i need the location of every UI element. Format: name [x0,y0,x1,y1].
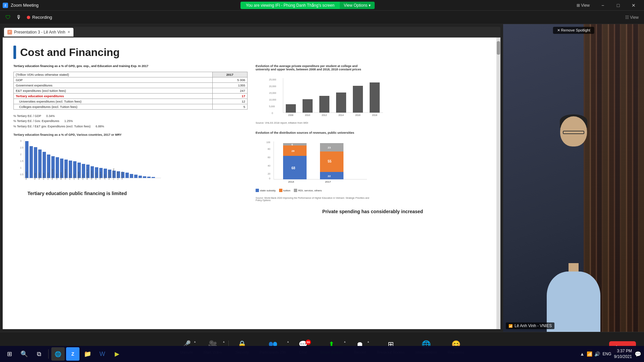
video-taskbar-icon[interactable]: ▶ [110,347,124,361]
close-button[interactable]: ✕ [626,0,641,11]
countries-bar-chart: 3 2.5 2 1.5 1 0.5 [13,138,161,185]
slide-col-right: Evolution of the average private expendi… [256,64,490,316]
video-thumbnail: ✕ Remove Spotlight 📶 Lê Anh Vi [503,24,644,332]
view-right-button[interactable]: ☷ View [625,15,639,20]
remove-spotlight-button[interactable]: ✕ Remove Spotlight [553,27,594,34]
legend-state-dot [256,189,259,192]
table-tertiary-val: 17 [212,94,247,99]
presentation-area: P Presentation 3 - Lê Anh Vinh ✕ Cost an… [0,24,503,332]
svg-text:United..: United.. [56,173,58,180]
svg-text:2014: 2014 [288,180,294,183]
signal-icon: 📶 [508,324,513,328]
person-head [560,116,587,146]
svg-text:2016: 2016 [355,114,361,116]
slide-two-col: Tertiary education financing as a % of G… [13,64,490,316]
svg-text:55: 55 [328,160,332,163]
legend-tuition-label: tuition [283,189,290,192]
taskbar-right: ▲ 📶 🔊 ENG 3:37 PM 9/10/2021 💬 [580,348,641,360]
svg-text:2012: 2012 [322,114,327,116]
svg-text:22: 22 [328,175,331,178]
view-button[interactable]: ⊞ View [577,3,590,8]
rev-chart-title: Evolution of the distribution sources of… [256,131,490,134]
svg-text:0: 0 [272,112,273,114]
share-arrow-icon[interactable]: ▲ [343,340,346,343]
svg-text:Indonesia: Indonesia [108,171,110,180]
minimize-button[interactable]: − [595,0,610,11]
taskbar-clock[interactable]: 3:37 PM 9/10/2021 [614,348,632,360]
svg-text:China..: China.. [82,173,84,180]
table-tertiary-label: Tertiary education expenditures [14,94,213,99]
table-et-val: 247 [212,88,247,94]
unmute-arrow-icon[interactable]: ▲ [194,340,196,343]
task-view-button[interactable]: ⧉ [32,347,46,361]
svg-rect-72 [353,86,363,113]
taskbar-time-value: 3:37 PM [614,348,632,354]
person-name: Lê Anh Vinh - VNIES [515,323,552,328]
svg-rect-95 [320,143,343,152]
svg-text:Norway: Norway [34,173,36,180]
svg-text:2010: 2010 [305,114,310,116]
table-year: 2017 [212,72,247,77]
recording-indicator: Recording [27,15,52,20]
svg-rect-33 [134,175,138,178]
svg-rect-37 [152,177,155,178]
pres-tab-close-icon[interactable]: ✕ [67,30,70,34]
maximize-button[interactable]: □ [610,0,626,11]
svg-text:Russian..: Russian.. [95,171,97,180]
zoom-taskbar-icon[interactable]: Z [66,347,79,361]
start-button[interactable]: ⊞ [3,347,16,361]
slide-col-left: Tertiary education financing as a % of G… [13,64,248,316]
table-col-val: 5 [212,104,247,110]
countries-chart-title: Tertiary education financing as a % of G… [13,133,248,136]
presentation-frame: Cost and Financing Tertiary education fi… [3,38,500,329]
svg-text:20,000: 20,000 [269,85,276,87]
recording-dot [27,16,30,19]
countries-chart-section: Tertiary education financing as a % of G… [13,133,248,185]
mic-icon: 🎙 [16,14,21,20]
svg-rect-36 [147,177,151,178]
evolution-bar-svg: 25,000 20,000 15,000 10,000 5,000 0 [269,76,383,117]
pct-rows: % Tertiary Ed. / GDP 0.34% % Tertiary Ed… [13,114,248,129]
svg-text:15,000: 15,000 [269,92,276,94]
presentation-tab[interactable]: P Presentation 3 - Lê Anh Vinh ✕ [4,28,73,37]
svg-text:Finland: Finland [43,173,45,180]
table-col-label: Colleges expenditures (excl. Tuition fee… [14,104,213,110]
svg-text:68: 68 [291,166,296,170]
chat-badge: 59 [306,340,311,345]
svg-text:Netherlands: Netherlands [51,169,53,180]
chrome-icon[interactable]: 🌐 [51,347,65,361]
up-arrow-icon[interactable]: ▲ [580,351,585,357]
svg-text:China..: China.. [73,173,75,180]
view-options-button[interactable]: View Options ▾ [340,2,375,9]
svg-rect-31 [125,173,129,178]
word-icon[interactable]: W [96,347,109,361]
files-icon[interactable]: 📁 [81,347,94,361]
video-arrow-icon[interactable]: ▲ [222,340,225,343]
svg-text:40: 40 [268,165,270,167]
svg-text:2: 2 [20,153,21,156]
scrollbar-thumb[interactable] [497,41,500,55]
notification-button[interactable]: 💬 [635,351,641,357]
svg-text:2014: 2014 [338,114,344,116]
financing-table: (Trillion VDN unless otherwise stated) 2… [13,72,248,110]
revenue-bar-svg: 100 80 60 40 20 0 [266,140,374,183]
svg-rect-34 [139,176,142,178]
table-gov-val: 1355 [212,83,247,88]
svg-text:60: 60 [268,156,270,159]
svg-text:10,000: 10,000 [269,99,276,101]
svg-text:0: 0 [269,177,270,180]
participants-arrow-icon[interactable]: ▲ [287,340,289,343]
window-title: Zoom Meeting [11,3,39,8]
right-chart-title1: Evolution of the average private expendi… [256,64,370,71]
rev-source: Source: World Bank 2020 Improving the Pe… [256,197,370,201]
svg-text:Republic of..: Republic of.. [86,168,88,180]
search-button[interactable]: 🔍 [17,347,31,361]
presentation-scrollbar[interactable] [496,38,500,329]
table-note: (Trillion VDN unless otherwise stated) [14,72,213,77]
zoom-logo: Z [3,3,8,8]
volume-icon[interactable]: 🔊 [594,351,600,357]
svg-rect-88 [283,143,307,145]
record-arrow-icon[interactable]: ▲ [367,340,370,343]
svg-text:Viet Nam: Viet Nam [121,171,123,180]
svg-text:2018: 2018 [372,114,377,116]
